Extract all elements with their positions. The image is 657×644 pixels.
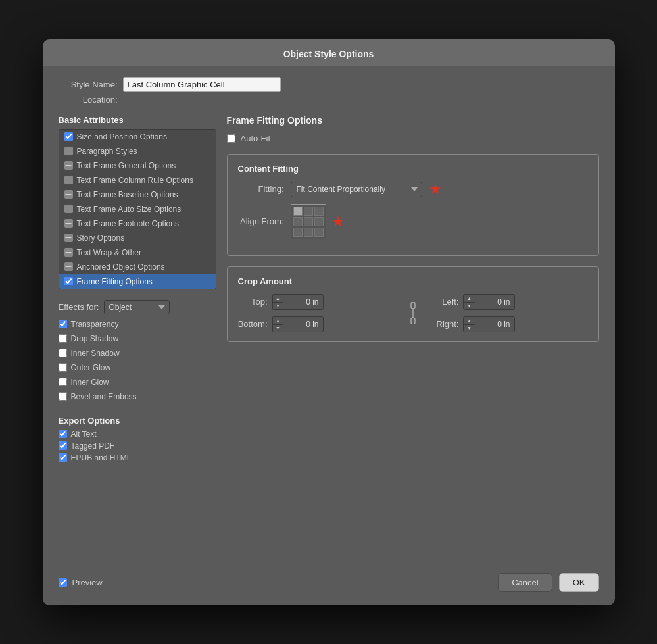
attr-text-frame-baseline[interactable]: Text Frame Baseline Options — [59, 187, 216, 202]
link-icon-wrap — [403, 307, 423, 320]
right-panel: Frame Fitting Options Auto-Fit Content F… — [227, 115, 599, 541]
crop-top-label: Top: — [238, 297, 268, 307]
attr-text-frame-baseline-dash — [64, 190, 73, 199]
crop-left-input[interactable] — [475, 295, 514, 309]
style-name-input[interactable] — [123, 77, 281, 92]
effect-outer-glow-checkbox[interactable] — [59, 363, 67, 372]
autofit-label: Auto-Fit — [241, 134, 271, 143]
align-cell-br[interactable] — [314, 228, 324, 237]
crop-bottom-down[interactable]: ▼ — [273, 324, 283, 332]
attr-text-frame-baseline-label: Text Frame Baseline Options — [77, 190, 178, 199]
effect-drop-shadow[interactable]: Drop Shadow — [59, 333, 216, 345]
crop-top-input[interactable] — [283, 295, 323, 309]
attr-text-frame-general-dash — [64, 161, 73, 170]
attr-anchored-object[interactable]: Anchored Object Options — [59, 260, 216, 274]
fitting-label: Fitting: — [238, 184, 284, 194]
attr-text-frame-column-rule[interactable]: Text Frame Column Rule Options — [59, 173, 216, 187]
attr-text-frame-general[interactable]: Text Frame General Options — [59, 159, 216, 173]
basic-attributes-title: Basic Attributes — [59, 115, 216, 125]
dialog-title: Object Style Options — [283, 49, 374, 59]
effect-bevel-emboss-checkbox[interactable] — [59, 392, 67, 401]
effect-drop-shadow-label: Drop Shadow — [71, 334, 119, 343]
attr-story-options[interactable]: Story Options — [59, 231, 216, 245]
attr-frame-fitting-checkbox[interactable] — [64, 277, 73, 285]
effect-transparency-label: Transparency — [71, 320, 119, 329]
crop-bottom-group: Bottom: ▲ ▼ — [238, 316, 397, 332]
attr-text-frame-auto-size-label: Text Frame Auto Size Options — [77, 205, 182, 214]
effect-inner-glow-checkbox[interactable] — [59, 378, 67, 386]
crop-right-down[interactable]: ▼ — [464, 324, 475, 332]
preview-row: Preview — [59, 578, 103, 587]
crop-top-down[interactable]: ▼ — [273, 302, 283, 309]
effect-transparency-checkbox[interactable] — [59, 320, 67, 328]
attr-frame-fitting[interactable]: Frame Fitting Options — [59, 274, 216, 289]
crop-bottom-up[interactable]: ▲ — [273, 317, 283, 324]
attr-text-frame-auto-size[interactable]: Text Frame Auto Size Options — [59, 202, 216, 216]
attr-text-wrap[interactable]: Text Wrap & Other — [59, 245, 216, 260]
effect-inner-glow[interactable]: Inner Glow — [59, 376, 216, 388]
effect-outer-glow-label: Outer Glow — [71, 363, 111, 372]
style-name-label: Style Name: — [59, 80, 118, 89]
attr-size-position[interactable]: Size and Position Options — [59, 130, 216, 144]
attr-size-position-checkbox[interactable] — [64, 132, 73, 141]
crop-bottom-input[interactable] — [283, 318, 323, 331]
attr-text-frame-column-rule-dash — [64, 176, 73, 184]
align-cell-tr[interactable] — [314, 207, 324, 216]
svg-rect-1 — [411, 318, 415, 324]
attr-text-frame-footnote-label: Text Frame Footnote Options — [77, 219, 179, 228]
align-grid[interactable] — [291, 204, 326, 239]
main-content: Basic Attributes Size and Position Optio… — [59, 115, 599, 541]
crop-top-up[interactable]: ▲ — [273, 295, 283, 302]
attr-paragraph-styles-dash — [64, 147, 73, 155]
align-cell-bm[interactable] — [304, 228, 313, 237]
align-cell-ml[interactable] — [293, 217, 303, 226]
effect-drop-shadow-checkbox[interactable] — [59, 334, 67, 343]
crop-left-input-wrap: ▲ ▼ — [463, 294, 515, 310]
effect-transparency[interactable]: Transparency — [59, 318, 216, 330]
autofit-checkbox[interactable] — [227, 134, 235, 143]
dialog-body: Style Name: Location: Basic Attributes S… — [43, 66, 615, 552]
attr-text-frame-footnote[interactable]: Text Frame Footnote Options — [59, 216, 216, 231]
align-cell-mm[interactable] — [304, 217, 313, 226]
align-from-label: Align From: — [238, 216, 284, 226]
effects-for-select[interactable]: Object Fill Stroke Text — [104, 300, 170, 314]
align-cell-mr[interactable] — [314, 217, 324, 226]
preview-checkbox[interactable] — [59, 578, 67, 587]
export-tagged-pdf-checkbox[interactable] — [59, 441, 67, 450]
frame-fitting-section: Frame Fitting Options Auto-Fit Content F… — [227, 115, 599, 342]
export-epub-html-checkbox[interactable] — [59, 453, 67, 462]
align-grid-wrap: ★ — [291, 204, 345, 239]
effect-inner-shadow[interactable]: Inner Shadow — [59, 347, 216, 359]
align-cell-tm[interactable] — [304, 207, 313, 216]
cancel-button[interactable]: Cancel — [498, 573, 552, 592]
effects-for-row: Effects for: Object Fill Stroke Text — [59, 300, 216, 314]
crop-bottom-label: Bottom: — [238, 319, 268, 329]
crop-right-input[interactable] — [475, 318, 514, 331]
effect-outer-glow[interactable]: Outer Glow — [59, 362, 216, 374]
export-tagged-pdf[interactable]: Tagged PDF — [59, 441, 216, 451]
link-chain-icon[interactable] — [406, 307, 420, 320]
attr-text-frame-general-label: Text Frame General Options — [77, 161, 176, 170]
basic-attributes-section: Basic Attributes Size and Position Optio… — [59, 115, 216, 289]
crop-left-up[interactable]: ▲ — [464, 295, 475, 302]
align-cell-bl[interactable] — [293, 228, 303, 237]
align-cell-tl[interactable] — [293, 207, 303, 216]
export-alt-text-checkbox[interactable] — [59, 430, 67, 438]
crop-top-group: Top: ▲ ▼ — [238, 294, 397, 310]
crop-left-down[interactable]: ▼ — [464, 302, 475, 309]
effect-inner-glow-label: Inner Glow — [71, 378, 109, 387]
effect-inner-shadow-checkbox[interactable] — [59, 349, 67, 357]
export-epub-html-label: EPUB and HTML — [71, 453, 132, 462]
export-epub-html[interactable]: EPUB and HTML — [59, 453, 216, 462]
attr-paragraph-styles[interactable]: Paragraph Styles — [59, 144, 216, 159]
attr-paragraph-styles-label: Paragraph Styles — [77, 147, 137, 156]
crop-fields-grid: Top: ▲ ▼ — [238, 294, 588, 332]
export-alt-text[interactable]: Alt Text — [59, 430, 216, 439]
effect-bevel-emboss[interactable]: Bevel and Emboss — [59, 391, 216, 403]
fitting-select[interactable]: Fit Content Proportionally Fill Frame Pr… — [291, 182, 422, 197]
ok-button[interactable]: OK — [559, 573, 599, 592]
align-star-icon: ★ — [331, 214, 345, 229]
style-name-row: Style Name: — [59, 77, 599, 92]
crop-right-up[interactable]: ▲ — [464, 317, 475, 324]
attr-text-frame-column-rule-label: Text Frame Column Rule Options — [77, 176, 193, 185]
